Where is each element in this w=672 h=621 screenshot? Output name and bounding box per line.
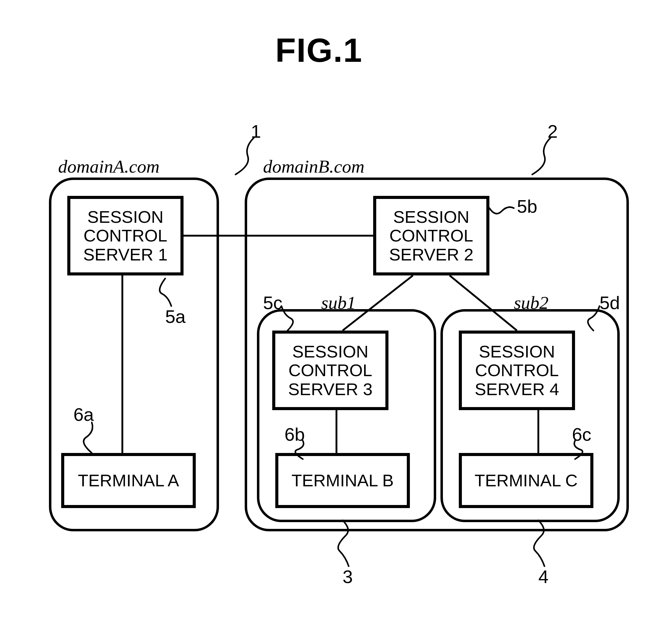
- domain-b-label: domainB.com: [263, 156, 365, 177]
- ref-scs2: 5b: [517, 196, 537, 217]
- terminal-a: TERMINAL A: [61, 453, 196, 508]
- ref-scs1: 5a: [165, 306, 186, 327]
- scs4-line1: SESSION: [479, 342, 555, 361]
- session-control-server-4: SESSION CONTROL SERVER 4: [459, 331, 575, 410]
- scs2-line2: CONTROL: [389, 226, 473, 245]
- ref-termC: 6c: [572, 424, 591, 445]
- scs3-line1: SESSION: [293, 342, 368, 361]
- domain-a-label: domainA.com: [58, 156, 160, 177]
- ref-scs4: 5d: [599, 292, 620, 314]
- scs1-line3: SERVER 1: [83, 245, 168, 264]
- ref-termB: 6b: [284, 424, 305, 445]
- scs2-line1: SESSION: [393, 208, 469, 226]
- figure-title: FIG.1: [275, 31, 362, 70]
- session-control-server-2: SESSION CONTROL SERVER 2: [373, 196, 489, 276]
- ref-domain-b: 2: [547, 121, 557, 142]
- session-control-server-1: SESSION CONTROL SERVER 1: [67, 196, 183, 276]
- scs1-line2: CONTROL: [84, 226, 167, 245]
- sub2-label: sub2: [514, 292, 548, 314]
- sub1-label: sub1: [321, 292, 356, 314]
- session-control-server-3: SESSION CONTROL SERVER 3: [272, 331, 389, 410]
- terminal-b-label: TERMINAL B: [292, 471, 394, 490]
- scs4-line3: SERVER 4: [475, 380, 559, 399]
- ref-sub1: 3: [343, 566, 353, 587]
- scs1-line1: SESSION: [87, 208, 164, 226]
- scs3-line2: CONTROL: [288, 361, 372, 380]
- scs3-line3: SERVER 3: [288, 380, 372, 399]
- terminal-c-label: TERMINAL C: [475, 471, 578, 490]
- scs2-line3: SERVER 2: [389, 245, 474, 264]
- diagram-canvas: FIG.1 domainA.com domainB.com sub1 sub2 …: [0, 0, 672, 621]
- scs4-line2: CONTROL: [475, 361, 559, 380]
- ref-termA: 6a: [74, 404, 94, 425]
- terminal-c: TERMINAL C: [459, 453, 593, 508]
- ref-scs3: 5c: [263, 292, 282, 314]
- terminal-a-label: TERMINAL A: [78, 471, 179, 490]
- terminal-b: TERMINAL B: [275, 453, 410, 508]
- ref-sub2: 4: [538, 566, 548, 587]
- ref-domain-a: 1: [251, 121, 261, 142]
